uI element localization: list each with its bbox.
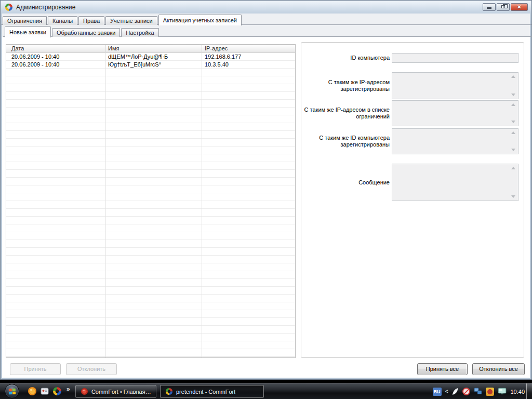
same-ip-restricted-field[interactable]	[392, 100, 518, 126]
close-button[interactable]: ✕	[511, 3, 528, 11]
windows-logo-icon	[9, 389, 16, 395]
quicklaunch-orange-ball-icon[interactable]	[28, 387, 37, 396]
scroll-up-icon[interactable]	[511, 103, 515, 106]
window-title: Администрирование	[16, 4, 75, 11]
start-button[interactable]	[5, 384, 19, 398]
main-tab-bar: Ограничения Каналы Права Учетные записи …	[3, 15, 243, 25]
requests-table[interactable]: Дата Имя IP-адрес 20.06.2009 - 10:40 dЩЕ…	[6, 44, 296, 358]
minimize-icon	[487, 7, 491, 9]
restore-icon	[501, 5, 505, 8]
window-body: Ограничения Каналы Права Учетные записи …	[2, 14, 530, 378]
network-icon[interactable]	[474, 388, 482, 395]
titlebar[interactable]: Администрирование ✕	[1, 1, 531, 14]
restore-button[interactable]	[497, 3, 510, 11]
scroll-down-icon[interactable]	[511, 121, 515, 123]
column-header-ip[interactable]: IP-адрес	[205, 45, 228, 51]
quicklaunch-overflow-chevron-icon[interactable]: »	[66, 385, 70, 393]
request-date: 20.06.2009 - 10:40	[11, 61, 59, 68]
message-field[interactable]	[392, 164, 518, 201]
taskbar: » CommFort • Главная ... pretendent - Co…	[0, 383, 532, 399]
header-separator	[105, 45, 106, 52]
close-icon: ✕	[517, 4, 521, 10]
scroll-up-icon[interactable]	[511, 131, 515, 134]
scroll-down-icon[interactable]	[511, 94, 515, 96]
same-ip-registered-label: С таким же IP-адресом зарегистрированы	[302, 72, 390, 99]
table-row[interactable]: 20.06.2009 - 10:40 dЩЕМ™ЛоР·Дyu@¶·Б 192.…	[6, 53, 295, 61]
decline-button[interactable]: Отклонить	[66, 363, 117, 375]
new-requests-page: Дата Имя IP-адрес 20.06.2009 - 10:40 dЩЕ…	[2, 37, 530, 378]
language-indicator[interactable]: RU	[433, 388, 442, 396]
tab-account-activation[interactable]: Активация учетных записей	[158, 15, 242, 25]
display-icon[interactable]	[498, 388, 507, 395]
column-divider	[105, 45, 106, 357]
no-entry-icon[interactable]	[462, 388, 470, 395]
tab-rights[interactable]: Права	[78, 16, 104, 25]
same-ip-registered-field[interactable]	[392, 72, 518, 99]
scroll-up-icon[interactable]	[511, 167, 515, 169]
taskbar-clock[interactable]: 10:40	[510, 389, 525, 395]
request-name: Юg†tљТ_Еб[uMrcS°	[108, 61, 161, 68]
minimize-button[interactable]	[483, 3, 496, 11]
same-id-registered-field[interactable]	[392, 128, 518, 154]
computer-id-label: ID компьютера	[302, 53, 390, 63]
table-header[interactable]: Дата Имя IP-адрес	[6, 45, 295, 53]
request-date: 20.06.2009 - 10:40	[11, 54, 59, 60]
taskbar-button-pretendent[interactable]: pretendent - CommFort	[160, 385, 264, 398]
accept-all-button[interactable]: Принять все	[417, 363, 468, 375]
commfort-tray-icon[interactable]	[486, 388, 494, 396]
decline-all-button[interactable]: Отклонить все	[472, 363, 525, 375]
pen-icon[interactable]	[451, 388, 459, 395]
subtab-settings[interactable]: Настройка	[121, 28, 158, 37]
column-divider	[202, 45, 202, 357]
subtab-new-requests[interactable]: Новые заявки	[5, 26, 51, 37]
scroll-down-icon[interactable]	[511, 195, 515, 198]
accept-button[interactable]: Принять	[10, 363, 61, 375]
column-header-name[interactable]: Имя	[108, 45, 119, 51]
tray-collapse-chevron-icon[interactable]: <	[445, 389, 448, 394]
quicklaunch-contacts-icon[interactable]	[40, 387, 49, 396]
taskbar-button-label: pretendent - CommFort	[176, 389, 235, 395]
scroll-up-icon[interactable]	[511, 75, 515, 78]
header-separator	[202, 45, 202, 52]
system-tray: RU < 10:40	[433, 383, 525, 399]
table-row[interactable]: 20.06.2009 - 10:40 Юg†tљТ_Еб[uMrcS° 10.3…	[6, 61, 295, 69]
sub-tab-bar: Новые заявки Обработанные заявки Настрой…	[5, 26, 160, 37]
computer-id-field[interactable]	[392, 53, 518, 63]
taskbar-button-commfort-home[interactable]: CommFort • Главная ...	[75, 385, 156, 398]
scroll-down-icon[interactable]	[511, 149, 515, 151]
tab-channels[interactable]: Каналы	[48, 16, 77, 25]
show-desktop-button[interactable]	[526, 383, 532, 399]
request-details-panel: ID компьютера С таким же IP-адресом заре…	[301, 42, 524, 358]
same-ip-restricted-label: С таким же IP-адресом в списке ограничен…	[302, 100, 390, 126]
quicklaunch-commfort-icon[interactable]	[52, 387, 62, 396]
same-id-registered-label: С таким же ID компьютера зарегистрирован…	[302, 128, 390, 154]
commfort-app-icon	[5, 3, 13, 11]
request-name: dЩЕМ™ЛоР·Дyu@¶·Б	[108, 54, 168, 60]
message-label: Сообщение	[302, 164, 390, 201]
request-ip: 192.168.6.177	[205, 54, 241, 60]
taskbar-button-label: CommFort • Главная ...	[91, 389, 151, 395]
commfort-icon	[165, 388, 173, 395]
tab-accounts[interactable]: Учетные записи	[105, 16, 157, 25]
browser-icon	[81, 388, 88, 395]
administration-window: Администрирование ✕ Ограничения Каналы П…	[0, 0, 532, 380]
subtab-processed-requests[interactable]: Обработанные заявки	[52, 28, 120, 37]
tab-restrictions[interactable]: Ограничения	[3, 16, 47, 25]
request-ip: 10.3.5.40	[205, 61, 229, 68]
column-header-date[interactable]: Дата	[11, 45, 24, 51]
